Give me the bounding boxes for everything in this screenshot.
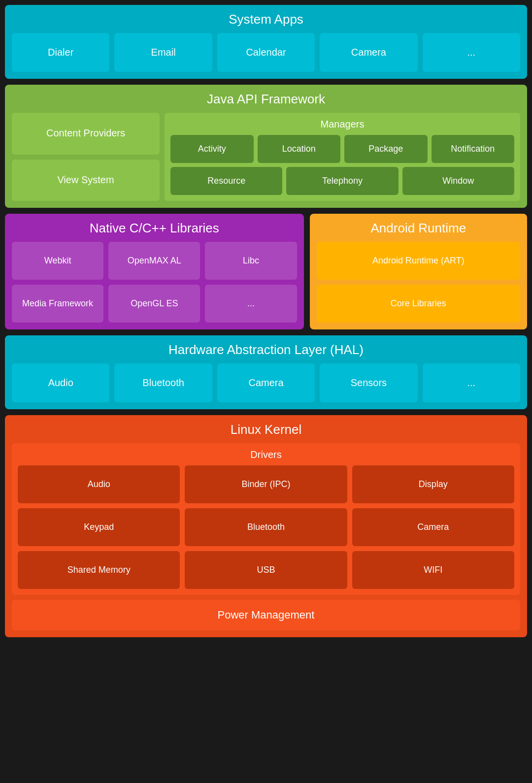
native-openmax: OpenMAX AL xyxy=(108,242,200,280)
system-apps-layer: System Apps Dialer Email Calendar Camera… xyxy=(5,5,527,79)
manager-resource: Resource xyxy=(170,167,282,195)
runtime-core-libraries: Core Libraries xyxy=(317,285,520,323)
drivers-title: Drivers xyxy=(18,449,514,460)
driver-keypad: Keypad xyxy=(18,508,180,546)
hal-bluetooth: Bluetooth xyxy=(114,363,212,402)
app-more: ... xyxy=(423,33,520,72)
hal-more: ... xyxy=(423,363,520,402)
native-webkit: Webkit xyxy=(12,242,103,280)
java-api-left: Content Providers View System xyxy=(12,113,160,201)
linux-kernel-layer: Linux Kernel Drivers Audio Binder (IPC) … xyxy=(5,415,527,637)
app-calendar: Calendar xyxy=(217,33,315,72)
hal-layer: Hardware Abstraction Layer (HAL) Audio B… xyxy=(5,335,527,409)
java-api-layer: Java API Framework Content Providers Vie… xyxy=(5,85,527,208)
android-runtime-title: Android Runtime xyxy=(317,221,520,236)
runtime-art: Android Runtime (ART) xyxy=(317,242,520,280)
driver-wifi: WIFI xyxy=(352,551,514,589)
native-cpp-title: Native C/C++ Libraries xyxy=(12,221,297,236)
manager-notification: Notification xyxy=(432,135,515,163)
hal-title: Hardware Abstraction Layer (HAL) xyxy=(12,342,520,358)
view-system-box: View System xyxy=(12,160,160,201)
managers-title: Managers xyxy=(170,119,514,130)
manager-package: Package xyxy=(344,135,428,163)
manager-location: Location xyxy=(258,135,341,163)
java-api-inner: Content Providers View System Managers A… xyxy=(12,113,520,201)
native-cpp-layer: Native C/C++ Libraries Webkit OpenMAX AL… xyxy=(5,214,304,329)
power-management: Power Management xyxy=(12,600,520,630)
manager-telephony: Telephony xyxy=(286,167,398,195)
managers-row-2: Resource Telephony Window xyxy=(170,167,514,195)
java-api-right: Managers Activity Location Package Notif… xyxy=(165,113,520,201)
manager-window: Window xyxy=(402,167,514,195)
driver-display: Display xyxy=(352,465,514,503)
app-camera: Camera xyxy=(320,33,417,72)
drivers-section: Drivers Audio Binder (IPC) Display Keypa… xyxy=(12,443,520,595)
hal-sensors: Sensors xyxy=(320,363,417,402)
driver-audio: Audio xyxy=(18,465,180,503)
native-runtime-row: Native C/C++ Libraries Webkit OpenMAX AL… xyxy=(5,214,527,329)
app-dialer: Dialer xyxy=(12,33,109,72)
drivers-grid: Audio Binder (IPC) Display Keypad Blueto… xyxy=(18,465,514,589)
managers-row-1: Activity Location Package Notification xyxy=(170,135,514,163)
runtime-grid: Android Runtime (ART) Core Libraries xyxy=(317,242,520,323)
java-api-title: Java API Framework xyxy=(12,92,520,107)
android-runtime-layer: Android Runtime Android Runtime (ART) Co… xyxy=(310,214,527,329)
native-grid: Webkit OpenMAX AL Libc Media Framework O… xyxy=(12,242,297,323)
driver-shared-memory: Shared Memory xyxy=(18,551,180,589)
native-more: ... xyxy=(205,285,297,323)
driver-camera: Camera xyxy=(352,508,514,546)
driver-usb: USB xyxy=(185,551,347,589)
system-apps-title: System Apps xyxy=(12,12,520,27)
driver-binder: Binder (IPC) xyxy=(185,465,347,503)
hal-grid: Audio Bluetooth Camera Sensors ... xyxy=(12,363,520,402)
driver-bluetooth: Bluetooth xyxy=(185,508,347,546)
hal-audio: Audio xyxy=(12,363,109,402)
hal-camera: Camera xyxy=(217,363,315,402)
content-providers-box: Content Providers xyxy=(12,113,160,155)
linux-kernel-title: Linux Kernel xyxy=(12,422,520,437)
native-libc: Libc xyxy=(205,242,297,280)
native-media-framework: Media Framework xyxy=(12,285,103,323)
system-apps-grid: Dialer Email Calendar Camera ... xyxy=(12,33,520,72)
manager-activity: Activity xyxy=(170,135,254,163)
native-opengl: OpenGL ES xyxy=(108,285,200,323)
app-email: Email xyxy=(114,33,212,72)
managers-grid: Activity Location Package Notification R… xyxy=(170,135,514,195)
